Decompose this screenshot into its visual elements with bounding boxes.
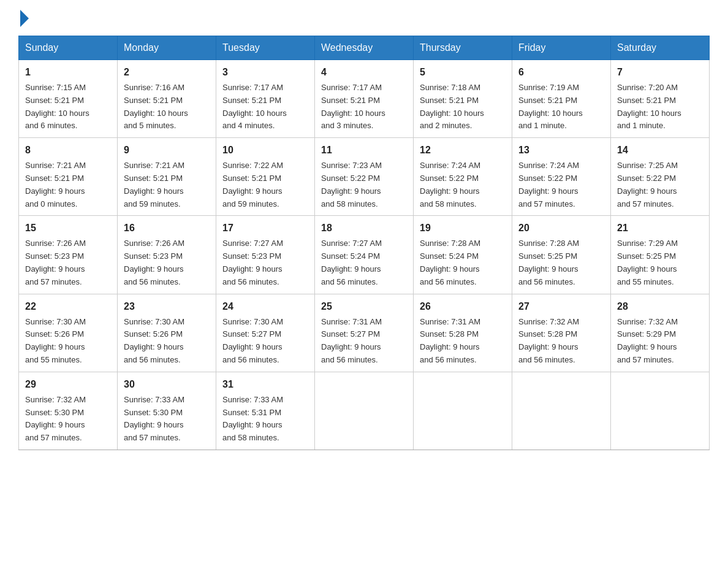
day-number: 21: [617, 221, 703, 236]
cell-content: Sunrise: 7:21 AMSunset: 5:21 PMDaylight:…: [124, 159, 210, 210]
cell-content: Sunrise: 7:15 AMSunset: 5:21 PMDaylight:…: [25, 82, 111, 132]
calendar-cell: 8 Sunrise: 7:21 AMSunset: 5:21 PMDayligh…: [19, 138, 118, 216]
cell-content: Sunrise: 7:31 AMSunset: 5:28 PMDaylight:…: [420, 316, 506, 367]
day-number: 16: [124, 221, 210, 236]
day-number: 15: [25, 221, 111, 236]
header: [18, 12, 710, 25]
day-number: 11: [321, 143, 407, 158]
calendar-week-row: 29 Sunrise: 7:32 AMSunset: 5:30 PMDaylig…: [19, 372, 710, 450]
cell-content: Sunrise: 7:30 AMSunset: 5:26 PMDaylight:…: [124, 316, 210, 367]
cell-content: Sunrise: 7:27 AMSunset: 5:23 PMDaylight:…: [222, 237, 308, 288]
calendar-cell: 19 Sunrise: 7:28 AMSunset: 5:24 PMDaylig…: [414, 216, 512, 294]
calendar-cell: 27 Sunrise: 7:32 AMSunset: 5:28 PMDaylig…: [512, 294, 611, 372]
day-number: 26: [420, 299, 506, 314]
day-number: 27: [518, 299, 604, 314]
day-number: 14: [617, 143, 703, 158]
calendar-cell: 21 Sunrise: 7:29 AMSunset: 5:25 PMDaylig…: [611, 216, 710, 294]
cell-content: Sunrise: 7:30 AMSunset: 5:27 PMDaylight:…: [222, 316, 308, 367]
calendar-cell: [414, 372, 512, 450]
calendar-cell: [512, 372, 611, 450]
cell-content: Sunrise: 7:24 AMSunset: 5:22 PMDaylight:…: [420, 159, 506, 210]
cell-content: Sunrise: 7:32 AMSunset: 5:30 PMDaylight:…: [25, 394, 111, 445]
cell-content: Sunrise: 7:17 AMSunset: 5:21 PMDaylight:…: [222, 82, 308, 132]
cell-content: Sunrise: 7:23 AMSunset: 5:22 PMDaylight:…: [321, 159, 407, 210]
cell-content: Sunrise: 7:33 AMSunset: 5:30 PMDaylight:…: [124, 394, 210, 445]
day-number: 28: [617, 299, 703, 314]
day-number: 19: [420, 221, 506, 236]
weekday-header-thursday: Thursday: [414, 36, 512, 60]
calendar-cell: 30 Sunrise: 7:33 AMSunset: 5:30 PMDaylig…: [118, 372, 216, 450]
cell-content: Sunrise: 7:25 AMSunset: 5:22 PMDaylight:…: [617, 159, 703, 210]
calendar-cell: 1 Sunrise: 7:15 AMSunset: 5:21 PMDayligh…: [19, 60, 118, 138]
day-number: 13: [518, 143, 604, 158]
cell-content: Sunrise: 7:29 AMSunset: 5:25 PMDaylight:…: [617, 237, 703, 288]
weekday-header-sunday: Sunday: [19, 36, 118, 60]
calendar-cell: 3 Sunrise: 7:17 AMSunset: 5:21 PMDayligh…: [216, 60, 315, 138]
day-number: 29: [25, 377, 111, 392]
day-number: 3: [222, 65, 308, 80]
logo-triangle-icon: [20, 10, 29, 27]
day-number: 22: [25, 299, 111, 314]
calendar-cell: 13 Sunrise: 7:24 AMSunset: 5:22 PMDaylig…: [512, 138, 611, 216]
day-number: 25: [321, 299, 407, 314]
calendar-table: SundayMondayTuesdayWednesdayThursdayFrid…: [18, 36, 710, 450]
calendar-cell: 22 Sunrise: 7:30 AMSunset: 5:26 PMDaylig…: [19, 294, 118, 372]
cell-content: Sunrise: 7:21 AMSunset: 5:21 PMDaylight:…: [25, 159, 111, 210]
cell-content: Sunrise: 7:18 AMSunset: 5:21 PMDaylight:…: [420, 82, 506, 132]
cell-content: Sunrise: 7:26 AMSunset: 5:23 PMDaylight:…: [124, 237, 210, 288]
weekday-header-friday: Friday: [512, 36, 611, 60]
cell-content: Sunrise: 7:26 AMSunset: 5:23 PMDaylight:…: [25, 237, 111, 288]
cell-content: Sunrise: 7:16 AMSunset: 5:21 PMDaylight:…: [124, 82, 210, 132]
calendar-cell: 7 Sunrise: 7:20 AMSunset: 5:21 PMDayligh…: [611, 60, 710, 138]
calendar-cell: 31 Sunrise: 7:33 AMSunset: 5:31 PMDaylig…: [216, 372, 315, 450]
day-number: 18: [321, 221, 407, 236]
calendar-week-row: 8 Sunrise: 7:21 AMSunset: 5:21 PMDayligh…: [19, 138, 710, 216]
calendar-cell: 20 Sunrise: 7:28 AMSunset: 5:25 PMDaylig…: [512, 216, 611, 294]
cell-content: Sunrise: 7:22 AMSunset: 5:21 PMDaylight:…: [222, 159, 308, 210]
cell-content: Sunrise: 7:28 AMSunset: 5:24 PMDaylight:…: [420, 237, 506, 288]
day-number: 30: [124, 377, 210, 392]
day-number: 8: [25, 143, 111, 158]
day-number: 20: [518, 221, 604, 236]
calendar-cell: 4 Sunrise: 7:17 AMSunset: 5:21 PMDayligh…: [315, 60, 414, 138]
weekday-header-monday: Monday: [118, 36, 216, 60]
cell-content: Sunrise: 7:32 AMSunset: 5:28 PMDaylight:…: [518, 316, 604, 367]
day-number: 1: [25, 65, 111, 80]
calendar-week-row: 15 Sunrise: 7:26 AMSunset: 5:23 PMDaylig…: [19, 216, 710, 294]
cell-content: Sunrise: 7:19 AMSunset: 5:21 PMDaylight:…: [518, 82, 604, 132]
day-number: 4: [321, 65, 407, 80]
calendar-cell: 11 Sunrise: 7:23 AMSunset: 5:22 PMDaylig…: [315, 138, 414, 216]
day-number: 23: [124, 299, 210, 314]
calendar-cell: 24 Sunrise: 7:30 AMSunset: 5:27 PMDaylig…: [216, 294, 315, 372]
calendar-cell: 2 Sunrise: 7:16 AMSunset: 5:21 PMDayligh…: [118, 60, 216, 138]
calendar-cell: 17 Sunrise: 7:27 AMSunset: 5:23 PMDaylig…: [216, 216, 315, 294]
calendar-cell: [315, 372, 414, 450]
calendar-cell: 23 Sunrise: 7:30 AMSunset: 5:26 PMDaylig…: [118, 294, 216, 372]
logo: [18, 12, 29, 25]
calendar-cell: 29 Sunrise: 7:32 AMSunset: 5:30 PMDaylig…: [19, 372, 118, 450]
calendar-cell: 16 Sunrise: 7:26 AMSunset: 5:23 PMDaylig…: [118, 216, 216, 294]
day-number: 12: [420, 143, 506, 158]
calendar-cell: 12 Sunrise: 7:24 AMSunset: 5:22 PMDaylig…: [414, 138, 512, 216]
day-number: 2: [124, 65, 210, 80]
weekday-header-wednesday: Wednesday: [315, 36, 414, 60]
calendar-cell: 15 Sunrise: 7:26 AMSunset: 5:23 PMDaylig…: [19, 216, 118, 294]
cell-content: Sunrise: 7:27 AMSunset: 5:24 PMDaylight:…: [321, 237, 407, 288]
weekday-header-tuesday: Tuesday: [216, 36, 315, 60]
weekday-header-row: SundayMondayTuesdayWednesdayThursdayFrid…: [19, 36, 710, 60]
calendar-cell: 25 Sunrise: 7:31 AMSunset: 5:27 PMDaylig…: [315, 294, 414, 372]
calendar-cell: 26 Sunrise: 7:31 AMSunset: 5:28 PMDaylig…: [414, 294, 512, 372]
cell-content: Sunrise: 7:28 AMSunset: 5:25 PMDaylight:…: [518, 237, 604, 288]
cell-content: Sunrise: 7:20 AMSunset: 5:21 PMDaylight:…: [617, 82, 703, 132]
calendar-week-row: 22 Sunrise: 7:30 AMSunset: 5:26 PMDaylig…: [19, 294, 710, 372]
day-number: 9: [124, 143, 210, 158]
calendar-week-row: 1 Sunrise: 7:15 AMSunset: 5:21 PMDayligh…: [19, 60, 710, 138]
calendar-cell: 6 Sunrise: 7:19 AMSunset: 5:21 PMDayligh…: [512, 60, 611, 138]
calendar-cell: 18 Sunrise: 7:27 AMSunset: 5:24 PMDaylig…: [315, 216, 414, 294]
calendar-cell: 14 Sunrise: 7:25 AMSunset: 5:22 PMDaylig…: [611, 138, 710, 216]
calendar-cell: 10 Sunrise: 7:22 AMSunset: 5:21 PMDaylig…: [216, 138, 315, 216]
cell-content: Sunrise: 7:30 AMSunset: 5:26 PMDaylight:…: [25, 316, 111, 367]
day-number: 7: [617, 65, 703, 80]
day-number: 17: [222, 221, 308, 236]
calendar-cell: 28 Sunrise: 7:32 AMSunset: 5:29 PMDaylig…: [611, 294, 710, 372]
